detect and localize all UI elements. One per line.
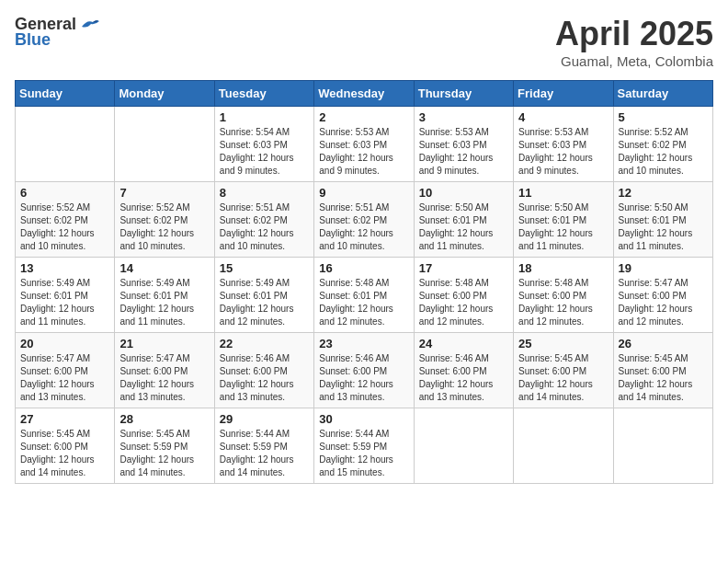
day-info: Sunrise: 5:45 AM Sunset: 5:59 PM Dayligh… xyxy=(119,428,209,479)
calendar-cell: 15Sunrise: 5:49 AM Sunset: 6:01 PM Dayli… xyxy=(214,258,313,333)
logo: General Blue xyxy=(15,15,100,50)
calendar-cell: 21Sunrise: 5:47 AM Sunset: 6:00 PM Dayli… xyxy=(115,333,214,408)
calendar-cell: 25Sunrise: 5:45 AM Sunset: 6:00 PM Dayli… xyxy=(514,333,613,408)
day-of-week-header: Saturday xyxy=(613,81,712,107)
calendar-cell: 8Sunrise: 5:51 AM Sunset: 6:02 PM Daylig… xyxy=(214,182,313,258)
day-number: 11 xyxy=(518,186,608,200)
day-of-week-header: Tuesday xyxy=(214,81,313,107)
day-info: Sunrise: 5:54 AM Sunset: 6:03 PM Dayligh… xyxy=(220,126,309,178)
calendar-cell: 9Sunrise: 5:51 AM Sunset: 6:02 PM Daylig… xyxy=(314,182,414,258)
calendar-week-row: 6Sunrise: 5:52 AM Sunset: 6:02 PM Daylig… xyxy=(16,182,713,258)
day-number: 12 xyxy=(619,186,708,200)
day-number: 28 xyxy=(119,412,209,426)
calendar-cell: 13Sunrise: 5:49 AM Sunset: 6:01 PM Dayli… xyxy=(16,258,115,333)
calendar-cell: 1Sunrise: 5:54 AM Sunset: 6:03 PM Daylig… xyxy=(214,107,313,182)
calendar-cell xyxy=(613,408,712,484)
calendar-cell xyxy=(514,408,613,484)
day-info: Sunrise: 5:45 AM Sunset: 6:00 PM Dayligh… xyxy=(20,428,109,479)
calendar-cell: 18Sunrise: 5:48 AM Sunset: 6:00 PM Dayli… xyxy=(514,258,613,333)
day-info: Sunrise: 5:49 AM Sunset: 6:01 PM Dayligh… xyxy=(20,277,109,328)
calendar-cell: 23Sunrise: 5:46 AM Sunset: 6:00 PM Dayli… xyxy=(314,333,414,408)
calendar-cell: 12Sunrise: 5:50 AM Sunset: 6:01 PM Dayli… xyxy=(613,182,712,258)
day-of-week-header: Sunday xyxy=(16,81,115,107)
logo-bird-icon xyxy=(80,17,100,32)
day-of-week-header: Wednesday xyxy=(314,81,414,107)
day-of-week-header: Friday xyxy=(514,81,613,107)
day-info: Sunrise: 5:46 AM Sunset: 6:00 PM Dayligh… xyxy=(220,352,309,404)
day-info: Sunrise: 5:52 AM Sunset: 6:02 PM Dayligh… xyxy=(619,126,708,178)
day-info: Sunrise: 5:50 AM Sunset: 6:01 PM Dayligh… xyxy=(419,201,508,253)
day-of-week-header: Monday xyxy=(115,81,214,107)
calendar-cell xyxy=(16,107,115,182)
day-info: Sunrise: 5:53 AM Sunset: 6:03 PM Dayligh… xyxy=(518,126,608,178)
page-header: General Blue April 2025 Guamal, Meta, Co… xyxy=(15,15,713,69)
day-info: Sunrise: 5:45 AM Sunset: 6:00 PM Dayligh… xyxy=(619,352,708,404)
day-info: Sunrise: 5:44 AM Sunset: 5:59 PM Dayligh… xyxy=(319,428,408,479)
day-number: 18 xyxy=(518,261,608,275)
calendar-cell: 5Sunrise: 5:52 AM Sunset: 6:02 PM Daylig… xyxy=(613,107,712,182)
day-info: Sunrise: 5:51 AM Sunset: 6:02 PM Dayligh… xyxy=(319,201,408,253)
day-number: 5 xyxy=(619,110,708,124)
calendar-cell: 28Sunrise: 5:45 AM Sunset: 5:59 PM Dayli… xyxy=(115,408,214,484)
day-info: Sunrise: 5:49 AM Sunset: 6:01 PM Dayligh… xyxy=(119,277,209,328)
day-number: 29 xyxy=(220,412,309,426)
day-number: 20 xyxy=(20,337,109,350)
calendar-cell: 11Sunrise: 5:50 AM Sunset: 6:01 PM Dayli… xyxy=(514,182,613,258)
calendar-cell: 19Sunrise: 5:47 AM Sunset: 6:00 PM Dayli… xyxy=(613,258,712,333)
calendar-cell: 6Sunrise: 5:52 AM Sunset: 6:02 PM Daylig… xyxy=(16,182,115,258)
day-number: 9 xyxy=(319,186,408,200)
day-number: 2 xyxy=(319,110,408,124)
day-number: 23 xyxy=(319,337,408,350)
day-number: 15 xyxy=(220,261,309,275)
calendar-header-row: SundayMondayTuesdayWednesdayThursdayFrid… xyxy=(16,81,713,107)
day-number: 8 xyxy=(220,186,309,200)
day-info: Sunrise: 5:47 AM Sunset: 6:00 PM Dayligh… xyxy=(119,352,209,404)
location: Guamal, Meta, Colombia xyxy=(555,53,713,69)
day-number: 19 xyxy=(619,261,708,275)
calendar-cell: 14Sunrise: 5:49 AM Sunset: 6:01 PM Dayli… xyxy=(115,258,214,333)
day-number: 14 xyxy=(119,261,209,275)
day-info: Sunrise: 5:48 AM Sunset: 6:01 PM Dayligh… xyxy=(319,277,408,328)
calendar-cell: 26Sunrise: 5:45 AM Sunset: 6:00 PM Dayli… xyxy=(613,333,712,408)
day-info: Sunrise: 5:53 AM Sunset: 6:03 PM Dayligh… xyxy=(419,126,508,178)
day-number: 3 xyxy=(419,110,508,124)
logo-blue-text: Blue xyxy=(15,30,51,50)
day-info: Sunrise: 5:51 AM Sunset: 6:02 PM Dayligh… xyxy=(220,201,309,253)
day-number: 22 xyxy=(220,337,309,350)
day-info: Sunrise: 5:50 AM Sunset: 6:01 PM Dayligh… xyxy=(518,201,608,253)
day-number: 17 xyxy=(419,261,508,275)
day-of-week-header: Thursday xyxy=(414,81,513,107)
day-info: Sunrise: 5:48 AM Sunset: 6:00 PM Dayligh… xyxy=(419,277,508,328)
calendar-cell xyxy=(414,408,513,484)
day-info: Sunrise: 5:47 AM Sunset: 6:00 PM Dayligh… xyxy=(619,277,708,328)
day-number: 1 xyxy=(220,110,309,124)
day-info: Sunrise: 5:44 AM Sunset: 5:59 PM Dayligh… xyxy=(220,428,309,479)
calendar-week-row: 13Sunrise: 5:49 AM Sunset: 6:01 PM Dayli… xyxy=(16,258,713,333)
day-number: 27 xyxy=(20,412,109,426)
calendar-week-row: 20Sunrise: 5:47 AM Sunset: 6:00 PM Dayli… xyxy=(16,333,713,408)
day-number: 24 xyxy=(419,337,508,350)
calendar-week-row: 27Sunrise: 5:45 AM Sunset: 6:00 PM Dayli… xyxy=(16,408,713,484)
day-number: 21 xyxy=(119,337,209,350)
day-info: Sunrise: 5:52 AM Sunset: 6:02 PM Dayligh… xyxy=(20,201,109,253)
calendar-cell: 29Sunrise: 5:44 AM Sunset: 5:59 PM Dayli… xyxy=(214,408,313,484)
day-number: 30 xyxy=(319,412,408,426)
day-info: Sunrise: 5:46 AM Sunset: 6:00 PM Dayligh… xyxy=(419,352,508,404)
day-number: 7 xyxy=(119,186,209,200)
calendar-cell: 3Sunrise: 5:53 AM Sunset: 6:03 PM Daylig… xyxy=(414,107,513,182)
calendar-cell: 20Sunrise: 5:47 AM Sunset: 6:00 PM Dayli… xyxy=(16,333,115,408)
month-year: April 2025 xyxy=(555,15,713,53)
calendar-cell xyxy=(115,107,214,182)
day-info: Sunrise: 5:52 AM Sunset: 6:02 PM Dayligh… xyxy=(119,201,209,253)
day-info: Sunrise: 5:47 AM Sunset: 6:00 PM Dayligh… xyxy=(20,352,109,404)
day-number: 16 xyxy=(319,261,408,275)
calendar-cell: 10Sunrise: 5:50 AM Sunset: 6:01 PM Dayli… xyxy=(414,182,513,258)
day-info: Sunrise: 5:50 AM Sunset: 6:01 PM Dayligh… xyxy=(619,201,708,253)
day-info: Sunrise: 5:53 AM Sunset: 6:03 PM Dayligh… xyxy=(319,126,408,178)
day-number: 25 xyxy=(518,337,608,350)
calendar-cell: 4Sunrise: 5:53 AM Sunset: 6:03 PM Daylig… xyxy=(514,107,613,182)
day-number: 6 xyxy=(20,186,109,200)
day-info: Sunrise: 5:45 AM Sunset: 6:00 PM Dayligh… xyxy=(518,352,608,404)
calendar-cell: 7Sunrise: 5:52 AM Sunset: 6:02 PM Daylig… xyxy=(115,182,214,258)
calendar-cell: 24Sunrise: 5:46 AM Sunset: 6:00 PM Dayli… xyxy=(414,333,513,408)
